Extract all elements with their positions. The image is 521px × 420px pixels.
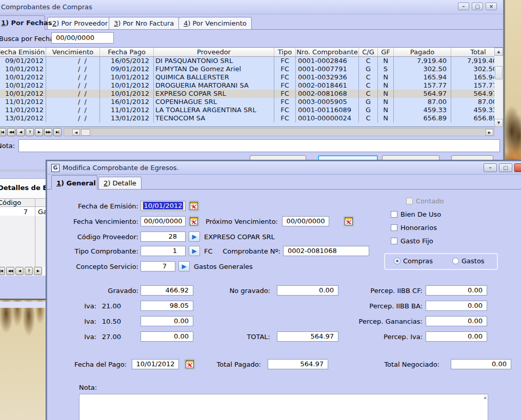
table-row[interactable]: 11/01/2012/ /11/01/2012LA TOALLERA ARGEN… — [0, 106, 494, 114]
table-cell: 13/01/2012 — [100, 114, 154, 122]
table-cell: 564.97 — [451, 90, 494, 98]
gravado-input[interactable]: 466.92 — [141, 285, 193, 296]
table-row[interactable]: 09/01/2012/ /16/05/2012DI PASQUANTONIO S… — [0, 57, 494, 65]
navigator-button[interactable]: ? — [25, 267, 33, 275]
concepto-lookup-button[interactable]: ▶ — [178, 261, 190, 271]
dialog-close-button[interactable]: × — [514, 163, 521, 172]
proveedor-lookup-button[interactable]: ▶ — [189, 232, 200, 242]
gasto-fijo-checkbox[interactable] — [391, 238, 397, 244]
close-button[interactable]: × — [486, 3, 497, 10]
table-row[interactable]: 10/01/2012/ /10/01/2012QUIMICA BALLERSTE… — [0, 73, 494, 81]
column-header[interactable]: Fecha Pago — [100, 48, 154, 57]
column-header[interactable]: Tipo — [274, 48, 296, 57]
calendar-button[interactable] — [189, 201, 199, 211]
no-gravado-input[interactable]: 0.00 — [277, 285, 338, 296]
column-header[interactable]: Pagado — [394, 48, 451, 57]
hscroll-thumb[interactable] — [81, 129, 90, 136]
column-header[interactable]: GF — [378, 48, 394, 57]
navigator-button[interactable]: ▶| — [53, 128, 62, 136]
table-row[interactable]: 11/01/2012/ /16/01/2012COPENHAGUE SRLFC0… — [0, 98, 494, 106]
table-cell: 09/01/2012 — [0, 57, 46, 65]
tab-por-proveedor[interactable]: 2) Por Proveedor — [47, 17, 113, 29]
tab-por-fechas[interactable]: 1) Por Fechas — [0, 15, 45, 30]
search-input[interactable]: 00/00/0000 — [51, 32, 114, 44]
column-header[interactable]: Proveedor — [154, 48, 274, 57]
dialog-nota-textarea[interactable]: ▲ — [79, 394, 488, 420]
table-cell: 87.00 — [451, 98, 494, 106]
fecha-vencimiento-input[interactable]: 00/00/0000 — [141, 216, 186, 226]
tab-por-nro-factura[interactable]: 3) Por Nro Factura — [109, 17, 179, 29]
iva27-input[interactable]: 0.00 — [141, 331, 193, 342]
table-cell: DROGUERIA MARTORANI SA — [154, 81, 274, 90]
maximize-button[interactable]: □ — [472, 3, 483, 10]
codigo-proveedor-label: Código Proveedor: — [49, 233, 138, 241]
column-header[interactable]: C/G — [359, 48, 378, 57]
scroll-down-button[interactable]: ▼ — [494, 119, 503, 127]
screen: Comprobantes de Compras – □ × 1) Por Fec… — [0, 0, 521, 420]
navigator-button[interactable]: |◀ — [0, 267, 5, 275]
fecha-emision-label: Fecha de Emisión: — [49, 202, 138, 211]
proximo-vencimiento-input[interactable]: 00/00/0000 — [282, 216, 329, 226]
table-cell: COPENHAGUE SRL — [154, 98, 274, 106]
fecha-del-pago-input[interactable]: 10/01/2012 — [132, 359, 179, 369]
gastos-radio[interactable] — [452, 258, 459, 264]
dialog-minimize-button[interactable]: – — [484, 163, 497, 172]
tab-general[interactable]: 1) General — [51, 175, 97, 190]
scroll-right-button[interactable]: ▶ — [486, 129, 493, 136]
column-header[interactable]: Fecha Emisión — [0, 48, 46, 57]
dialog-maximize-button[interactable]: □ — [499, 163, 512, 172]
navigator-button[interactable]: ▶ — [35, 128, 43, 136]
percep-iibb-cf-input[interactable]: 0.00 — [426, 285, 487, 296]
navigator-button[interactable]: ▶▶ — [44, 128, 52, 136]
tipo-lookup-button[interactable]: ▶ — [189, 246, 200, 256]
navigator-button[interactable]: |◀ — [0, 128, 6, 136]
total-negociado-label: Total Negociado: — [365, 361, 439, 369]
navigator-button[interactable]: ◀ — [15, 267, 24, 275]
calendar-button[interactable] — [189, 216, 199, 226]
scroll-left-button[interactable]: ◀ — [72, 129, 80, 136]
compras-radio[interactable] — [394, 258, 400, 264]
contado-checkbox[interactable] — [406, 198, 413, 204]
table-horizontal-scrollbar[interactable]: ◀ ▶ — [64, 128, 494, 136]
table-row[interactable]: 10/01/2012/ /09/01/2012FUMYTAN De Gomez … — [0, 65, 494, 73]
column-header[interactable]: Vencimiento — [46, 48, 100, 57]
bien-de-uso-checkbox[interactable] — [391, 211, 397, 218]
concepto-servicio-input[interactable]: 7 — [141, 261, 175, 271]
concepto-servicio-label: Concepto Servicio: — [49, 263, 138, 271]
column-header[interactable]: Nro. Comprobante — [296, 48, 359, 57]
table-vertical-scrollbar[interactable]: ▲ ▼ — [494, 48, 503, 127]
percep-iva-input[interactable]: 0.00 — [426, 331, 487, 342]
table-row[interactable]: 10/01/2012/ /10/01/2012DROGUERIA MARTORA… — [0, 81, 494, 90]
table-row[interactable]: 10/01/2012/ /10/01/2012EXPRESO COPAR SRL… — [0, 90, 494, 98]
calendar-button[interactable] — [344, 216, 354, 226]
navigator-button[interactable]: ? — [26, 128, 34, 136]
nota-input[interactable] — [18, 139, 500, 152]
total-pagado-input[interactable]: 564.97 — [268, 359, 328, 369]
tab-detalle[interactable]: 2) Detalle — [98, 177, 142, 189]
percep-iibb-ba-input[interactable]: 0.00 — [426, 301, 487, 311]
navigator-button[interactable]: ◀ — [16, 128, 25, 136]
percep-ganancias-input[interactable]: 0.00 — [426, 316, 487, 326]
honorarios-checkbox[interactable] — [391, 224, 397, 231]
main-title-bar[interactable]: Comprobantes de Compras – □ × — [0, 0, 503, 14]
comprobante-nro-input[interactable]: 0002-0081068 — [283, 246, 369, 256]
column-header[interactable]: Total — [451, 48, 494, 57]
iva105-input[interactable]: 0.00 — [141, 316, 193, 326]
dialog-title-bar[interactable]: G Modifica Comprobante de Egresos. – □ × — [47, 161, 521, 175]
scroll-up-button[interactable]: ▲ — [494, 48, 503, 56]
navigator-button[interactable]: ◀◀ — [7, 128, 15, 136]
contado-label: Contado — [416, 197, 444, 205]
scroll-thumb[interactable] — [495, 66, 503, 79]
fecha-emision-input[interactable]: 10/01/2012 — [141, 201, 186, 211]
navigator-button[interactable]: ◀◀ — [6, 267, 14, 275]
total-negociado-input[interactable]: 0.00 — [451, 359, 511, 369]
navigator-button[interactable]: ▶ — [34, 267, 42, 275]
iva21-input[interactable]: 98.05 — [141, 301, 193, 311]
tipo-comprobante-input[interactable]: 1 — [141, 246, 186, 256]
total-input[interactable]: 564.97 — [277, 331, 338, 342]
table-row[interactable]: 13/01/2012/ /13/01/2012TECNOCOM SAFC0010… — [0, 114, 494, 122]
codigo-proveedor-input[interactable]: 28 — [141, 232, 186, 242]
minimize-button[interactable]: – — [458, 3, 469, 10]
tab-por-vencimiento[interactable]: 4) Por Vencimiento — [178, 17, 252, 29]
tab-strip-line — [0, 29, 505, 30]
